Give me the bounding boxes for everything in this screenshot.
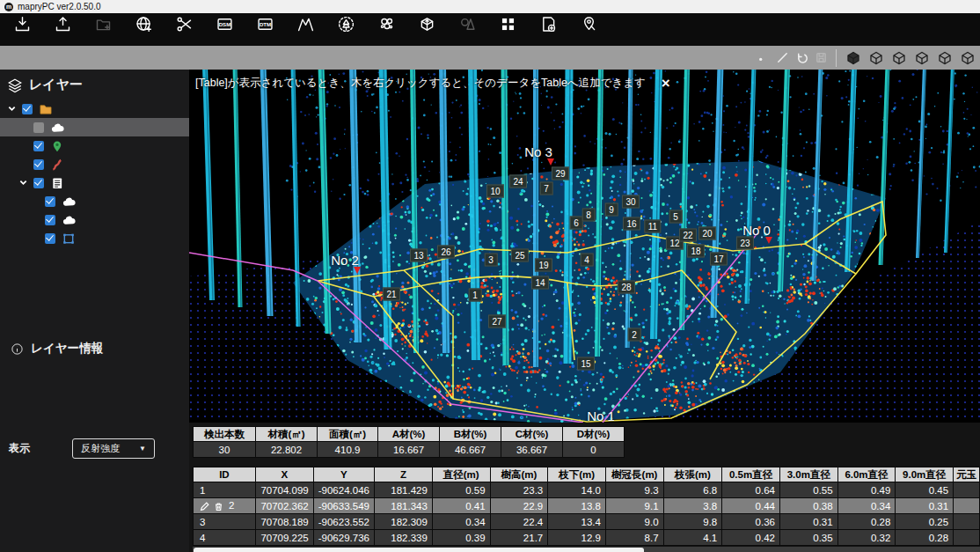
view-cube-4-button[interactable] <box>935 48 954 68</box>
tree-badge[interactable]: 26 <box>437 246 455 259</box>
close-icon[interactable]: × <box>662 77 670 90</box>
line-tool-icon <box>776 51 789 64</box>
export-button[interactable] <box>42 15 83 34</box>
chevron-down-icon[interactable] <box>6 104 17 114</box>
dtm-button[interactable]: DTM <box>245 15 285 34</box>
tree-badge[interactable]: 10 <box>486 185 504 198</box>
line-tool-button[interactable] <box>774 50 790 66</box>
layer-tree-item-cloud-1[interactable] <box>0 118 189 136</box>
tree-detect-button[interactable] <box>325 15 366 34</box>
edit-pencil-icon[interactable] <box>200 502 209 512</box>
layer-checkbox[interactable] <box>33 141 44 151</box>
point-tool-button[interactable] <box>755 50 771 66</box>
volume-calc-button[interactable] <box>406 15 447 34</box>
tree-table-col-header: Y <box>313 467 374 482</box>
tree-badge[interactable]: 11 <box>644 220 661 233</box>
layer-tree-item-table-4[interactable] <box>0 173 189 192</box>
layer-tree-item-polygon-7[interactable] <box>0 229 189 247</box>
feature-create-button[interactable] <box>528 15 568 34</box>
table-row[interactable]: 470709.225-90629.736182.3390.3921.712.98… <box>194 530 980 546</box>
dsm-button[interactable]: DSM <box>204 15 245 34</box>
table-cell: -90624.046 <box>313 482 374 498</box>
tree-badge[interactable]: 4 <box>581 254 594 267</box>
layer-checkbox[interactable] <box>45 196 55 207</box>
tree-badge[interactable]: 15 <box>577 357 595 371</box>
tree-badge[interactable]: 22 <box>679 229 697 242</box>
table-cell: -90629.736 <box>313 530 374 546</box>
tree-badge[interactable]: 19 <box>535 259 552 272</box>
tree-badge[interactable]: 28 <box>618 281 635 294</box>
coord-transform-button[interactable] <box>123 15 164 34</box>
tree-badge[interactable]: 13 <box>410 249 428 262</box>
tree-badge[interactable]: 7 <box>540 182 553 195</box>
main-toolbar: DSMDTM <box>0 13 980 46</box>
layer-checkbox[interactable] <box>22 104 33 114</box>
tree-badge[interactable]: 9 <box>605 203 618 217</box>
layer-checkbox[interactable] <box>33 122 44 133</box>
table-cell: 0.45 <box>896 482 954 498</box>
cut-button[interactable] <box>164 15 204 34</box>
table-cell: 0.31 <box>779 514 837 530</box>
table-cell <box>954 514 980 530</box>
layer-checkbox[interactable] <box>33 178 44 188</box>
cross-section-button[interactable] <box>285 15 325 34</box>
table-row[interactable]: 170704.099-90624.046181.4290.5923.314.09… <box>194 482 980 498</box>
table-cell: 70708.189 <box>255 514 313 530</box>
layer-tree-item-cloud-5[interactable] <box>0 192 189 210</box>
layer-checkbox[interactable] <box>45 233 55 244</box>
horizontal-scrollbar[interactable] <box>193 547 980 552</box>
import-button[interactable] <box>2 15 42 34</box>
summary-col-header: D材(%) <box>563 427 625 442</box>
view-cube-3-button[interactable] <box>912 48 932 68</box>
table-row[interactable]: 370708.189-90623.552182.3090.3422.413.49… <box>194 514 980 530</box>
layer-checkbox[interactable] <box>45 215 55 225</box>
pointcloud-viewer[interactable]: [Table]が表示されているとき、木を右クリックすると、そのデータをTable… <box>189 70 980 423</box>
tree-badge[interactable]: 23 <box>736 237 754 250</box>
view-cube-0-button[interactable] <box>844 48 863 68</box>
tree-badge[interactable]: 8 <box>582 209 596 222</box>
tree-badge[interactable]: 16 <box>623 217 640 231</box>
layer-tree-item-route-3[interactable] <box>0 155 189 173</box>
undo-button[interactable] <box>794 50 809 66</box>
display-mode-dropdown[interactable]: 反射強度 ▼ <box>72 438 155 459</box>
delete-trash-icon[interactable] <box>214 502 223 512</box>
chevron-down-icon[interactable] <box>18 178 28 188</box>
view-cube-2-button[interactable] <box>889 48 909 68</box>
view-cube-icon <box>867 49 885 67</box>
tree-badge[interactable]: 24 <box>509 175 527 188</box>
table-row[interactable]: 270702.362-90633.549181.3430.4122.913.89… <box>194 498 980 514</box>
layer-tree-item-cloud-6[interactable] <box>0 210 189 229</box>
tree-badge[interactable]: 30 <box>622 195 640 209</box>
tree-badge[interactable]: 3 <box>485 254 498 267</box>
tree-badge[interactable]: 25 <box>511 249 529 262</box>
tree-table-col-header: Z <box>374 467 432 482</box>
treetop-analysis-button[interactable] <box>366 15 406 34</box>
tree-badge[interactable]: 29 <box>552 167 569 180</box>
view-cube-5-button[interactable] <box>958 48 977 68</box>
dsm-icon: DSM <box>216 15 234 33</box>
tree-table-col-header: 樹冠長(m) <box>605 467 663 482</box>
summary-value: 30 <box>194 442 256 458</box>
tree-badge[interactable]: 2 <box>628 328 641 342</box>
tree-badge[interactable]: 18 <box>687 245 705 258</box>
layer-tree-item-folder-0[interactable] <box>0 99 189 118</box>
cross-section-icon <box>296 15 315 33</box>
layers-panel-header: レイヤー <box>0 70 189 99</box>
map-button[interactable] <box>568 15 609 34</box>
rasterize-button[interactable] <box>487 15 528 34</box>
folder-icon <box>38 102 53 115</box>
tree-badge[interactable]: 27 <box>488 315 506 328</box>
scrollbar-thumb[interactable] <box>194 548 644 552</box>
treetop-analysis-icon <box>377 15 396 33</box>
layer-checkbox[interactable] <box>33 159 44 170</box>
save-button[interactable] <box>813 50 829 66</box>
layer-tree-item-marker-2[interactable] <box>0 136 189 155</box>
tree-badge[interactable]: 6 <box>570 217 583 230</box>
tree-badge[interactable]: 1 <box>469 289 482 302</box>
tree-badge[interactable]: 14 <box>531 276 549 290</box>
tree-badge[interactable]: 17 <box>710 253 728 266</box>
tree-badge[interactable]: 21 <box>383 288 400 301</box>
view-cube-1-button[interactable] <box>867 48 886 68</box>
tree-badge[interactable]: 20 <box>698 227 716 240</box>
tree-badge[interactable]: 5 <box>669 210 683 224</box>
